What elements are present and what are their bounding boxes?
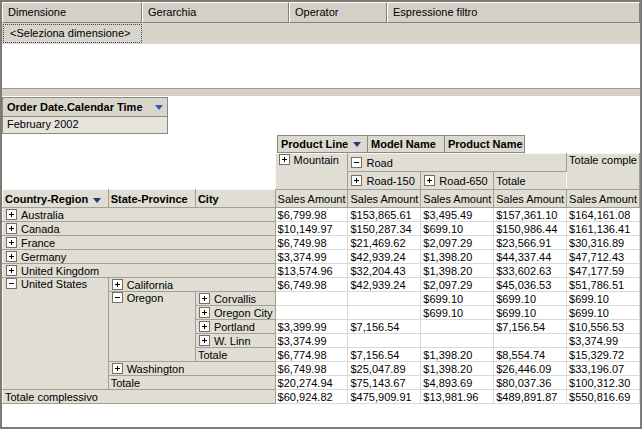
panel-splitter[interactable]	[2, 88, 640, 97]
filter-col-espressione-filtro[interactable]: Espressione filtro	[387, 2, 640, 23]
col-grand-total-header[interactable]: Totale comple	[567, 154, 640, 190]
field-product-name[interactable]: Product Name	[445, 136, 524, 152]
row-member-australia[interactable]: Australia	[3, 208, 276, 222]
row-member-washington[interactable]: Washington	[108, 362, 275, 376]
data-cell: $153,865.61	[348, 208, 421, 222]
expand-icon[interactable]	[351, 175, 362, 186]
expand-icon[interactable]	[199, 293, 210, 304]
data-cell	[275, 306, 348, 320]
field-product-line-label: Product Line	[281, 138, 348, 150]
row-member-us-total[interactable]: Totale	[108, 376, 275, 390]
data-cell: $47,712.43	[567, 250, 640, 264]
row-member-oregon[interactable]: Oregon	[108, 292, 195, 362]
filter-row: <Seleziona dimensione>	[2, 23, 640, 44]
data-cell: $550,816.69	[567, 390, 640, 404]
col-member-road-total[interactable]: Totale	[494, 172, 567, 190]
measure-header[interactable]: Sales Amount	[421, 190, 494, 208]
data-cell: $3,399.99	[275, 320, 348, 334]
filter-col-dimensione[interactable]: Dimensione	[2, 2, 142, 23]
data-cell: $150,986.44	[494, 222, 567, 236]
data-cell: $699.10	[421, 292, 494, 306]
data-cell: $489,891.87	[494, 390, 567, 404]
data-cell: $7,156.54	[494, 320, 567, 334]
data-cell: $699.10	[494, 292, 567, 306]
row-member-germany[interactable]: Germany	[3, 250, 276, 264]
collapse-icon[interactable]	[6, 278, 17, 289]
expand-icon[interactable]	[6, 251, 17, 262]
field-state-province[interactable]: State-Province	[108, 190, 195, 208]
expand-icon[interactable]	[112, 279, 123, 290]
data-cell: $42,939.24	[348, 250, 421, 264]
filter-panel-header: Dimensione Gerarchia Operator Espression…	[2, 2, 640, 23]
filter-col-operator[interactable]: Operator	[289, 2, 387, 23]
measure-header[interactable]: Sales Amount	[348, 190, 421, 208]
table-row: Canada $10,149.97 $150,287.34 $699.10 $1…	[3, 222, 640, 236]
expand-icon[interactable]	[199, 321, 210, 332]
data-cell: $45,036.53	[494, 278, 567, 292]
row-member-portland[interactable]: Portland	[195, 320, 275, 334]
data-cell: $44,337.44	[494, 250, 567, 264]
row-member-w-linn[interactable]: W. Linn	[195, 334, 275, 348]
data-cell: $10,556.53	[567, 320, 640, 334]
dropdown-icon[interactable]	[155, 105, 163, 110]
expand-icon[interactable]	[6, 223, 17, 234]
data-cell: $1,398.20	[421, 348, 494, 362]
row-member-oregon-total[interactable]: Totale	[195, 348, 275, 362]
col-member-road-650[interactable]: Road-650	[421, 172, 494, 190]
row-member-label: United Kingdom	[21, 265, 99, 277]
row-filter-member[interactable]: February 2002	[2, 117, 168, 134]
row-member-oregon-city[interactable]: Oregon City	[195, 306, 275, 320]
row-member-united-kingdom[interactable]: United Kingdom	[3, 264, 276, 278]
data-cell	[348, 306, 421, 320]
field-country-region[interactable]: Country-Region	[3, 190, 109, 208]
row-member-united-states[interactable]: United States	[3, 278, 109, 390]
data-cell: $26,446.09	[494, 362, 567, 376]
data-cell: $20,274.94	[275, 376, 348, 390]
table-row: Germany $3,374.99 $42,939.24 $1,398.20 $…	[3, 250, 640, 264]
select-dimension-cell[interactable]: <Seleziona dimensione>	[3, 24, 142, 43]
collapse-icon[interactable]	[112, 292, 123, 303]
data-cell: $1,398.20	[421, 250, 494, 264]
collapse-icon[interactable]	[351, 157, 362, 168]
expand-icon[interactable]	[6, 237, 17, 248]
col-member-mountain[interactable]: Mountain	[275, 154, 348, 190]
row-member-corvallis[interactable]: Corvallis	[195, 292, 275, 306]
corner-blank	[3, 154, 276, 190]
field-product-line[interactable]: Product Line	[278, 136, 368, 152]
field-model-name[interactable]: Model Name	[368, 136, 445, 152]
dropdown-icon[interactable]	[353, 142, 361, 147]
expand-icon[interactable]	[112, 363, 123, 374]
measure-header[interactable]: Sales Amount	[275, 190, 348, 208]
expand-icon[interactable]	[6, 265, 17, 276]
row-member-canada[interactable]: Canada	[3, 222, 276, 236]
row-member-label: Oregon City	[214, 307, 273, 319]
field-city[interactable]: City	[195, 190, 275, 208]
expand-icon[interactable]	[6, 209, 17, 220]
row-filter-field-button[interactable]: Order Date.Calendar Time	[2, 97, 168, 117]
data-cell	[348, 292, 421, 306]
row-member-france[interactable]: France	[3, 236, 276, 250]
col-member-road[interactable]: Road	[348, 154, 567, 172]
filter-col-gerarchia[interactable]: Gerarchia	[142, 2, 289, 23]
col-member-road-150[interactable]: Road-150	[348, 172, 421, 190]
expand-icon[interactable]	[199, 335, 210, 346]
dropdown-icon[interactable]	[93, 198, 101, 203]
expand-icon[interactable]	[424, 175, 435, 186]
data-cell: $475,909.91	[348, 390, 421, 404]
row-member-california[interactable]: California	[108, 278, 275, 292]
data-cell: $51,786.51	[567, 278, 640, 292]
expand-icon[interactable]	[279, 154, 290, 165]
row-grand-total[interactable]: Totale complessivo	[3, 390, 276, 404]
col-member-label: Totale comple	[569, 154, 637, 166]
data-cell: $30,316.89	[567, 236, 640, 250]
row-member-label: Washington	[127, 363, 185, 375]
row-member-label: Totale	[198, 349, 227, 361]
data-cell: $42,939.24	[348, 278, 421, 292]
data-cell	[494, 334, 567, 348]
data-cell: $6,749.98	[275, 236, 348, 250]
measure-header[interactable]: Sales Amount	[494, 190, 567, 208]
expand-icon[interactable]	[199, 307, 210, 318]
measure-header[interactable]: Sales Amount	[567, 190, 640, 208]
col-member-label: Totale	[496, 175, 525, 187]
data-cell: $60,924.82	[275, 390, 348, 404]
